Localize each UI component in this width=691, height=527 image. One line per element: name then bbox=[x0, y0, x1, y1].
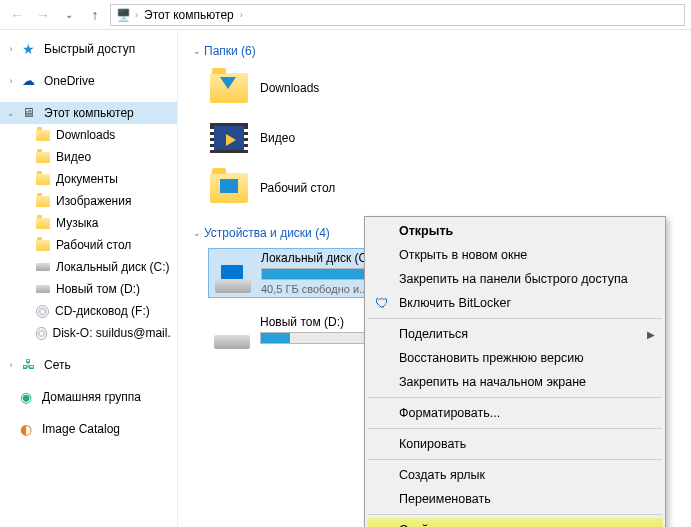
sidebar-item-desktop[interactable]: Рабочий стол bbox=[0, 234, 177, 256]
sidebar-label: CD-дисковод (F:) bbox=[55, 304, 150, 318]
ctx-label: Поделиться bbox=[399, 327, 468, 341]
folder-icon bbox=[36, 174, 50, 185]
folder-icon bbox=[36, 130, 50, 141]
chevron-right-icon: ▶ bbox=[647, 329, 655, 340]
sidebar-image-catalog[interactable]: ◐ Image Catalog bbox=[0, 418, 177, 440]
sidebar-label: Локальный диск (C:) bbox=[56, 260, 170, 274]
sidebar-item-drive-c[interactable]: Локальный диск (C:) bbox=[0, 256, 177, 278]
sidebar-item-video[interactable]: Видео bbox=[0, 146, 177, 168]
ctx-pin-start[interactable]: Закрепить на начальном экране bbox=[367, 370, 663, 394]
ctx-label: Создать ярлык bbox=[399, 468, 485, 482]
disc-icon bbox=[36, 327, 47, 340]
ctx-label: Свойства bbox=[399, 523, 454, 527]
chevron-down-icon: ⌄ bbox=[6, 108, 16, 118]
video-folder-icon bbox=[208, 120, 250, 156]
sidebar-item-drive-d[interactable]: Новый том (D:) bbox=[0, 278, 177, 300]
sidebar-label: OneDrive bbox=[44, 74, 95, 88]
folder-icon bbox=[36, 218, 50, 229]
sidebar-label: Документы bbox=[56, 172, 118, 186]
pc-icon: 🖥️ bbox=[115, 7, 131, 23]
pc-icon: 🖥 bbox=[22, 105, 38, 121]
ctx-bitlocker[interactable]: 🛡Включить BitLocker bbox=[367, 291, 663, 315]
separator bbox=[368, 318, 662, 319]
folder-desktop[interactable]: Рабочий стол bbox=[208, 166, 428, 210]
drive-icon bbox=[36, 263, 50, 271]
ctx-copy[interactable]: Копировать bbox=[367, 432, 663, 456]
navigation-sidebar: › ★ Быстрый доступ › ☁ OneDrive ⌄ 🖥 Этот… bbox=[0, 30, 178, 527]
shield-icon: 🛡 bbox=[373, 294, 391, 312]
sidebar-label: Музыка bbox=[56, 216, 98, 230]
ctx-label: Открыть bbox=[399, 224, 453, 238]
star-icon: ★ bbox=[22, 41, 38, 57]
sidebar-item-downloads[interactable]: Downloads bbox=[0, 124, 177, 146]
ctx-label: Восстановить прежнюю версию bbox=[399, 351, 584, 365]
ctx-label: Форматировать... bbox=[399, 406, 500, 420]
sidebar-label: Видео bbox=[56, 150, 91, 164]
sidebar-this-pc[interactable]: ⌄ 🖥 Этот компьютер bbox=[0, 102, 177, 124]
homegroup-icon: ◉ bbox=[20, 389, 36, 405]
ctx-label: Закрепить на панели быстрого доступа bbox=[399, 272, 628, 286]
sidebar-onedrive[interactable]: › ☁ OneDrive bbox=[0, 70, 177, 92]
ctx-label: Включить BitLocker bbox=[399, 296, 511, 310]
chevron-right-icon: › bbox=[6, 360, 16, 370]
separator bbox=[368, 459, 662, 460]
group-header-folders[interactable]: ⌄ Папки (6) bbox=[190, 40, 679, 62]
separator bbox=[368, 514, 662, 515]
desktop-folder-icon bbox=[208, 170, 250, 206]
ctx-label: Переименовать bbox=[399, 492, 491, 506]
sidebar-label: Рабочий стол bbox=[56, 238, 131, 252]
ctx-restore-version[interactable]: Восстановить прежнюю версию bbox=[367, 346, 663, 370]
folder-downloads[interactable]: Downloads bbox=[208, 66, 428, 110]
ctx-properties[interactable]: Свойства bbox=[367, 518, 663, 527]
drive-icon bbox=[213, 253, 253, 293]
drive-icon bbox=[36, 285, 50, 293]
cloud-icon: ☁ bbox=[22, 73, 38, 89]
sidebar-label: Disk-O: suildus@mail.ru (O:) bbox=[53, 326, 171, 340]
ctx-label: Копировать bbox=[399, 437, 466, 451]
sidebar-item-pictures[interactable]: Изображения bbox=[0, 190, 177, 212]
sidebar-label: Новый том (D:) bbox=[56, 282, 140, 296]
nav-back-button[interactable]: ← bbox=[6, 4, 28, 26]
chevron-right-icon: › bbox=[135, 10, 138, 20]
sidebar-label: Downloads bbox=[56, 128, 115, 142]
sidebar-item-music[interactable]: Музыка bbox=[0, 212, 177, 234]
nav-up-button[interactable]: ↑ bbox=[84, 4, 106, 26]
sidebar-label: Image Catalog bbox=[42, 422, 120, 436]
drive-icon bbox=[212, 309, 252, 349]
breadcrumb-this-pc[interactable]: Этот компьютер bbox=[142, 8, 236, 22]
ctx-create-shortcut[interactable]: Создать ярлык bbox=[367, 463, 663, 487]
sidebar-homegroup[interactable]: ◉ Домашняя группа bbox=[0, 386, 177, 408]
chevron-right-icon: › bbox=[6, 44, 16, 54]
sidebar-item-cd-drive[interactable]: CD-дисковод (F:) bbox=[0, 300, 177, 322]
address-input[interactable]: 🖥️ › Этот компьютер › bbox=[110, 4, 685, 26]
sidebar-item-documents[interactable]: Документы bbox=[0, 168, 177, 190]
group-label: Устройства и диски (4) bbox=[204, 226, 330, 240]
ctx-rename[interactable]: Переименовать bbox=[367, 487, 663, 511]
catalog-icon: ◐ bbox=[20, 421, 36, 437]
folder-label: Видео bbox=[260, 131, 295, 145]
folder-label: Downloads bbox=[260, 81, 319, 95]
nav-recent-button[interactable]: ⌄ bbox=[58, 4, 80, 26]
ctx-open-new-window[interactable]: Открыть в новом окне bbox=[367, 243, 663, 267]
sidebar-network[interactable]: › 🖧 Сеть bbox=[0, 354, 177, 376]
sidebar-item-disk-o[interactable]: Disk-O: suildus@mail.ru (O:) bbox=[0, 322, 177, 344]
network-icon: 🖧 bbox=[22, 357, 38, 373]
ctx-format[interactable]: Форматировать... bbox=[367, 401, 663, 425]
folder-video[interactable]: Видео bbox=[208, 116, 428, 160]
chevron-down-icon: ⌄ bbox=[190, 46, 204, 56]
disc-icon bbox=[36, 305, 49, 318]
ctx-pin-quick-access[interactable]: Закрепить на панели быстрого доступа bbox=[367, 267, 663, 291]
folder-icon bbox=[36, 152, 50, 163]
nav-forward-button[interactable]: → bbox=[32, 4, 54, 26]
sidebar-label: Этот компьютер bbox=[44, 106, 134, 120]
ctx-share[interactable]: Поделиться▶ bbox=[367, 322, 663, 346]
sidebar-label: Быстрый доступ bbox=[44, 42, 135, 56]
sidebar-label: Сеть bbox=[44, 358, 71, 372]
separator bbox=[368, 397, 662, 398]
sidebar-label: Изображения bbox=[56, 194, 131, 208]
sidebar-label: Домашняя группа bbox=[42, 390, 141, 404]
folder-icon bbox=[36, 240, 50, 251]
ctx-open[interactable]: Открыть bbox=[367, 219, 663, 243]
sidebar-quick-access[interactable]: › ★ Быстрый доступ bbox=[0, 38, 177, 60]
ctx-label: Открыть в новом окне bbox=[399, 248, 527, 262]
